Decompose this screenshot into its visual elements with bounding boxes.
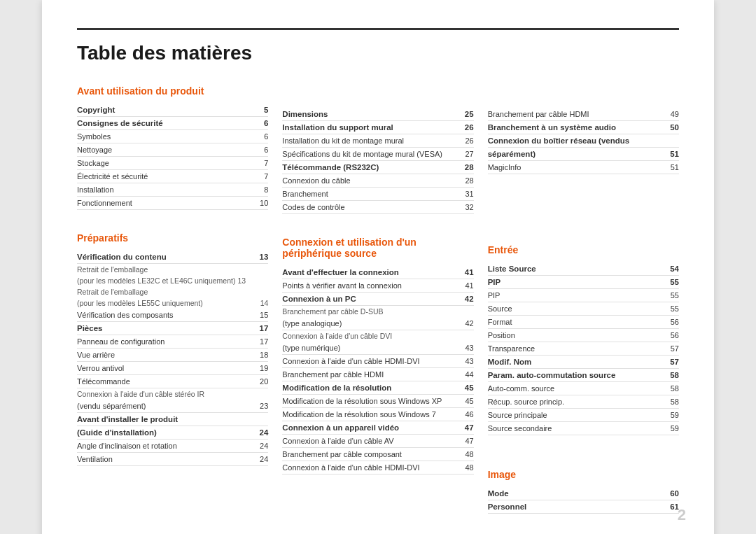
- col2: Dimensions 25 Installation du support mu…: [282, 85, 487, 514]
- toc-entry: Source principale 59: [488, 409, 679, 422]
- toc-entry: Connexion à l'aide d'un câble HDMI-DVI 4…: [282, 355, 473, 368]
- toc-sub-entry: Connexion à l'aide d'un câble stéréo IR: [77, 388, 268, 400]
- toc-entry: Modif. Nom 57: [488, 356, 679, 369]
- toc-entry: Param. auto-commutation source 58: [488, 369, 679, 382]
- toc-entry: Angle d'inclinaison et rotation 24: [77, 440, 268, 453]
- toc-entry: Télécommande 20: [77, 375, 268, 388]
- page-number: 2: [678, 506, 686, 524]
- toc-entry: Branchement par câble composant 48: [282, 448, 473, 461]
- toc-sub-entry: Branchement par câble D-SUB: [282, 306, 473, 317]
- toc-sub-entry: Retrait de l'emballage: [77, 286, 268, 297]
- toc-entry: Connexion à un appareil vidéo 47: [282, 421, 473, 435]
- section-preparatifs-title: Préparatifs: [77, 232, 268, 244]
- toc-entry: (Guide d'installation) 24: [77, 426, 268, 440]
- main-title: Table des matières: [77, 42, 679, 64]
- toc-sub-entry: Retrait de l'emballage: [77, 264, 268, 275]
- page: Table des matières Avant utilisation du …: [42, 0, 714, 534]
- toc-entry: Connexion à l'aide d'un câble AV 47: [282, 435, 473, 448]
- section-image-title: Image: [488, 469, 679, 480]
- toc-entry: Vérification du contenu 13: [77, 251, 268, 264]
- title-section: Table des matières: [77, 28, 679, 64]
- toc-entry: Connexion à l'aide d'un câble HDMI-DVI 4…: [282, 461, 473, 475]
- toc-entry: Stockage 7: [77, 157, 268, 170]
- toc-sub-entry: (pour les modèles LE32C et LE46C uniquem…: [77, 275, 268, 286]
- toc-entry: Modification de la résolution 45: [282, 381, 473, 395]
- toc-entry: Connexion du boîtier réseau (vendus: [488, 134, 679, 148]
- toc-entry: Dimensions 25: [282, 108, 473, 121]
- toc-entry: Vérification des composants 15: [77, 309, 268, 322]
- columns: Avant utilisation du produit Copyright 5…: [77, 85, 679, 514]
- toc-entry: Installation 8: [77, 183, 268, 197]
- toc-entry: Fonctionnement 10: [77, 197, 268, 210]
- toc-sub-entry: (pour les modèles LE55C uniquement) 14: [77, 297, 268, 309]
- toc-entry: Liste Source 54: [488, 262, 679, 276]
- section-connexion-title: Connexion et utilisation d'unpériphériqu…: [282, 237, 473, 259]
- toc-entry: Ventilation 24: [77, 453, 268, 466]
- toc-entry: Modification de la résolution sous Windo…: [282, 395, 473, 408]
- toc-entry: Mode 60: [488, 487, 679, 500]
- col1: Avant utilisation du produit Copyright 5…: [77, 85, 282, 514]
- toc-sub-entry: Connexion à l'aide d'un câble DVI: [282, 330, 473, 342]
- toc-entry: Avant d'effectuer la connexion 41: [282, 266, 473, 279]
- toc-entry: Branchement par câble HDMI 49: [488, 108, 679, 121]
- section-entree-title: Entrée: [488, 244, 679, 255]
- toc-entry: Format 56: [488, 316, 679, 329]
- toc-entry: Connexion du câble 28: [282, 174, 473, 188]
- toc-entry: Spécifications du kit de montage mural (…: [282, 148, 473, 161]
- toc-entry: Verrou antivol 19: [77, 362, 268, 375]
- toc-entry: Vue arrière 18: [77, 349, 268, 362]
- toc-entry: (type numérique) 43: [282, 342, 473, 355]
- toc-entry: Auto-comm. source 58: [488, 382, 679, 395]
- section-avant-utilisation-title: Avant utilisation du produit: [77, 85, 268, 97]
- toc-entry: Points à vérifier avant la connexion 41: [282, 279, 473, 293]
- toc-entry: Modification de la résolution sous Windo…: [282, 408, 473, 421]
- toc-entry: Télécommande (RS232C) 28: [282, 161, 473, 174]
- toc-entry: Personnel 61: [488, 500, 679, 514]
- toc-entry: Transparence 57: [488, 342, 679, 356]
- toc-entry: PIP 55: [488, 289, 679, 302]
- col3: Branchement par câble HDMI 49 Branchemen…: [488, 85, 679, 514]
- toc-entry: Panneau de configuration 17: [77, 335, 268, 349]
- toc-entry: Installation du support mural 26: [282, 121, 473, 134]
- toc-entry: Électricité et sécurité 7: [77, 170, 268, 183]
- toc-entry: Nettoyage 6: [77, 143, 268, 157]
- toc-entry: Pièces 17: [77, 322, 268, 335]
- toc-entry: Branchement à un système audio 50: [488, 121, 679, 134]
- toc-entry: Source 55: [488, 302, 679, 316]
- toc-entry: Avant d'installer le produit: [77, 413, 268, 426]
- toc-entry: Position 56: [488, 329, 679, 342]
- toc-entry: Installation du kit de montage mural 26: [282, 134, 473, 148]
- toc-entry: Codes de contrôle 32: [282, 201, 473, 214]
- toc-entry: PIP 55: [488, 276, 679, 289]
- toc-entry: Branchement 31: [282, 188, 473, 201]
- toc-entry: Consignes de sécurité 6: [77, 117, 268, 130]
- toc-entry: Source secondaire 59: [488, 422, 679, 435]
- toc-entry: Branchement par câble HDMI 44: [282, 368, 473, 381]
- toc-entry: (vendu séparément) 23: [77, 400, 268, 413]
- toc-entry: séparément) 51: [488, 148, 679, 161]
- toc-entry: MagicInfo 51: [488, 161, 679, 174]
- toc-entry: Symboles 6: [77, 130, 268, 143]
- toc-entry: (type analogique) 42: [282, 317, 473, 330]
- toc-entry: Connexion à un PC 42: [282, 293, 473, 306]
- toc-entry: Copyright 5: [77, 104, 268, 117]
- toc-entry: Récup. source princip. 58: [488, 395, 679, 409]
